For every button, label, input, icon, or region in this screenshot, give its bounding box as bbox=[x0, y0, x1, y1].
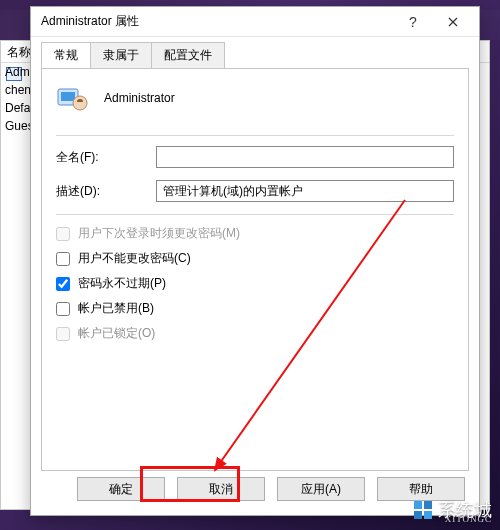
tab-strip: 常规 隶属于 配置文件 bbox=[31, 37, 479, 68]
cb-change-next-login: 用户下次登录时须更改密码(M) bbox=[56, 225, 454, 242]
cb-disabled[interactable]: 帐户已禁用(B) bbox=[56, 300, 454, 317]
close-icon[interactable] bbox=[433, 8, 473, 36]
description-input[interactable] bbox=[156, 180, 454, 202]
divider bbox=[56, 135, 454, 136]
divider bbox=[56, 214, 454, 215]
checkbox[interactable] bbox=[56, 302, 70, 316]
fullname-label: 全名(F): bbox=[56, 149, 156, 166]
description-label: 描述(D): bbox=[56, 183, 156, 200]
ok-button[interactable]: 确定 bbox=[77, 477, 165, 501]
apply-button[interactable]: 应用(A) bbox=[277, 477, 365, 501]
help-icon[interactable]: ? bbox=[393, 8, 433, 36]
cancel-button[interactable]: 取消 bbox=[177, 477, 265, 501]
checkbox[interactable] bbox=[56, 252, 70, 266]
window-title: Administrator 属性 bbox=[41, 13, 393, 30]
checkbox bbox=[56, 327, 70, 341]
tab-profile[interactable]: 配置文件 bbox=[151, 42, 225, 68]
checkbox-label: 密码永不过期(P) bbox=[78, 275, 166, 292]
tab-general[interactable]: 常规 bbox=[41, 42, 91, 69]
tab-body: Administrator 全名(F): 描述(D): 用户下次登录时须更改密码… bbox=[41, 68, 469, 471]
svg-rect-1 bbox=[61, 92, 75, 101]
fullname-input[interactable] bbox=[156, 146, 454, 168]
properties-dialog: Administrator 属性 ? 常规 隶属于 配置文件 Administr… bbox=[30, 6, 480, 516]
checkbox[interactable] bbox=[56, 277, 70, 291]
watermark-icon bbox=[412, 499, 434, 521]
watermark-sub: XITONGC bbox=[445, 514, 492, 524]
checkbox-label: 用户不能更改密码(C) bbox=[78, 250, 191, 267]
svg-rect-6 bbox=[414, 511, 422, 519]
user-icon bbox=[56, 81, 90, 115]
tab-memberof[interactable]: 隶属于 bbox=[90, 42, 152, 68]
svg-point-2 bbox=[73, 96, 87, 110]
svg-rect-4 bbox=[414, 501, 422, 509]
checkbox-label: 帐户已锁定(O) bbox=[78, 325, 155, 342]
titlebar: Administrator 属性 ? bbox=[31, 7, 479, 37]
cb-never-expires[interactable]: 密码永不过期(P) bbox=[56, 275, 454, 292]
watermark: 系统城 XITONGC bbox=[412, 498, 492, 522]
cb-cannot-change[interactable]: 用户不能更改密码(C) bbox=[56, 250, 454, 267]
svg-rect-5 bbox=[424, 501, 432, 509]
svg-rect-7 bbox=[424, 511, 432, 519]
user-display-name: Administrator bbox=[104, 91, 175, 105]
cb-locked: 帐户已锁定(O) bbox=[56, 325, 454, 342]
checkbox-label: 用户下次登录时须更改密码(M) bbox=[78, 225, 240, 242]
checkbox-label: 帐户已禁用(B) bbox=[78, 300, 154, 317]
checkbox bbox=[56, 227, 70, 241]
